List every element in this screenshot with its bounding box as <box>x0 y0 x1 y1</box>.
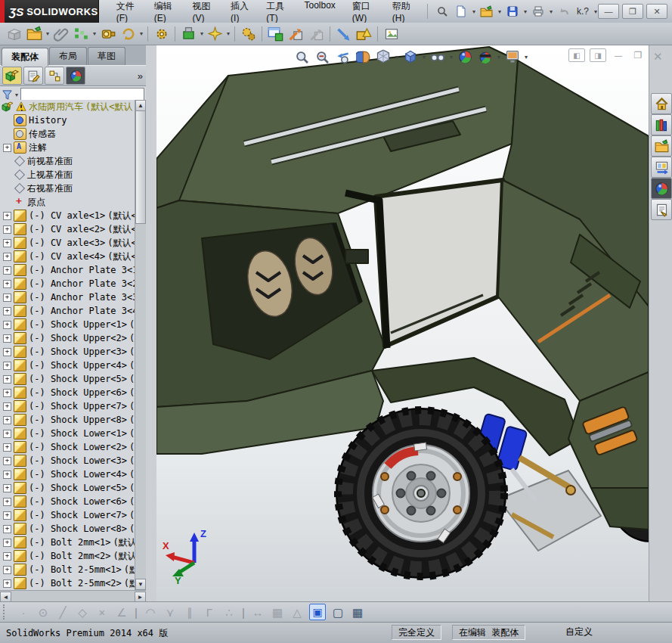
tree-item[interactable]: + (-) Shock Upper<5> (默认 <box>0 372 135 386</box>
offset-entities-icon[interactable]: ∥ <box>182 607 197 618</box>
expand-plus-icon[interactable]: + <box>3 266 11 275</box>
scroll-right-arrow[interactable]: ► <box>135 592 146 602</box>
circle-icon[interactable]: ⊙ <box>36 607 51 618</box>
smart-dimension-icon[interactable]: ↔ <box>250 607 265 618</box>
filter-funnel-icon[interactable] <box>2 89 13 101</box>
line-icon[interactable]: ╱ <box>55 607 70 618</box>
design-library-icon[interactable] <box>651 114 672 135</box>
hide-show-items-icon[interactable] <box>429 48 447 66</box>
tree-item[interactable]: + (-) Bolt 2mm<1> (默认<< <box>0 536 135 549</box>
toolbar-grip[interactable] <box>3 604 8 620</box>
new-document-caret-icon[interactable]: ▾ <box>472 8 475 15</box>
featuremanager-tree-icon[interactable] <box>2 67 22 85</box>
tab[interactable]: 草图 <box>88 47 125 65</box>
insert-components-icon[interactable] <box>25 24 44 43</box>
tree-item[interactable]: + (-) Bolt 2mm<2> (默认<< <box>0 549 135 563</box>
tree-item[interactable]: + (-) Shock Upper<6> (默认 <box>0 386 135 399</box>
property-manager-icon[interactable] <box>23 67 43 85</box>
tree-item[interactable]: + (-) CV axle<3> (默认<<默 <box>0 236 135 250</box>
undo-icon[interactable] <box>556 4 572 19</box>
appearances-tab-icon[interactable] <box>66 67 85 85</box>
tree-item[interactable]: + (-) Bolt 2-5mm<2> (默认 <box>0 576 135 590</box>
expand-plus-icon[interactable]: + <box>3 239 11 247</box>
expand-plus-icon[interactable]: + <box>3 280 11 288</box>
trim-entities-icon[interactable]: × <box>94 607 110 618</box>
view-palette-icon[interactable] <box>651 157 672 178</box>
exploded-view-icon[interactable] <box>286 24 305 43</box>
reference-geometry-icon[interactable] <box>179 24 198 43</box>
previous-view-icon[interactable] <box>333 48 351 66</box>
display-states-icon[interactable] <box>45 67 64 85</box>
insert-components-caret-icon[interactable]: ▾ <box>46 30 49 37</box>
expand-plus-icon[interactable]: + <box>3 307 11 315</box>
tree-item[interactable]: + (-) Shock Lower<5> (默认 <box>0 481 135 495</box>
open-document-icon[interactable] <box>478 4 495 19</box>
print-icon[interactable] <box>530 4 547 19</box>
tree-item[interactable]: + (-) Shock Upper<1> (默认 <box>0 318 135 331</box>
move-component-caret-icon[interactable]: ▾ <box>140 30 143 37</box>
help-icon[interactable]: k.? <box>574 4 591 19</box>
graphics-viewport[interactable]: ▾ ▾ ▾ ▾ ▾ ◧ ◨ — ❐ ✕ Z X Y <box>156 45 649 601</box>
panel-more-button[interactable]: » <box>138 70 143 82</box>
tree-item[interactable]: + (-) Shock Upper<2> (默认 <box>0 331 135 345</box>
tree-item[interactable]: + (-) Shock Upper<7> (默认 <box>0 399 135 413</box>
tree-item[interactable]: + 前视基准面 <box>0 154 135 168</box>
new-document-icon[interactable] <box>453 4 469 19</box>
arc-icon[interactable]: ◠ <box>143 607 158 618</box>
task-pane-close-icon[interactable]: ✕ <box>653 50 663 64</box>
corner-rectangle-icon[interactable]: Γ <box>202 607 217 618</box>
help-caret-icon[interactable]: ▾ <box>594 8 597 15</box>
linear-component-pattern-icon[interactable] <box>72 24 91 43</box>
mirror-entities-icon[interactable]: ⋎ <box>163 607 178 618</box>
tree-item[interactable]: + 右视基准面 <box>0 182 135 195</box>
display-style-caret-icon[interactable]: ▾ <box>423 54 426 61</box>
doc-restore-icon[interactable]: ❐ <box>630 49 646 61</box>
expand-plus-icon[interactable]: + <box>3 348 11 356</box>
refgeo-caret-icon[interactable]: ▾ <box>200 30 203 37</box>
window-pane-icon[interactable]: ▢ <box>330 607 345 618</box>
edit-appearance-icon[interactable] <box>456 48 474 66</box>
tree-item[interactable]: + (-) Shock Lower<4> (默认 <box>0 467 135 481</box>
tree-item[interactable]: + (-) Shock Upper<8> (默认 <box>0 413 135 427</box>
view-settings-caret-icon[interactable]: ▾ <box>525 54 528 61</box>
home-icon[interactable] <box>651 93 672 114</box>
expand-plus-icon[interactable]: + <box>3 294 11 302</box>
tree-item[interactable]: + (-) CV axle<2> (默认<<默 <box>0 222 135 236</box>
separator[interactable]: | <box>241 607 246 618</box>
tree-scrollbar-thumb[interactable] <box>135 110 146 224</box>
apply-scene-caret-icon[interactable]: ▾ <box>497 54 500 61</box>
expand-plus-icon[interactable]: + <box>3 416 11 424</box>
view-orientation-caret-icon[interactable]: ▾ <box>395 54 398 61</box>
save-caret-icon[interactable]: ▾ <box>524 8 527 15</box>
scroll-up-arrow[interactable]: ▲ <box>135 100 146 111</box>
tree-item[interactable]: + History <box>0 113 135 127</box>
expand-plus-icon[interactable]: + <box>3 253 11 261</box>
expand-plus-icon[interactable]: + <box>3 402 11 411</box>
close-button[interactable]: ✕ <box>646 4 667 19</box>
expand-plus-icon[interactable]: + <box>3 144 11 152</box>
maximize-button[interactable]: ❐ <box>622 4 643 19</box>
tree-item[interactable]: + (-) CV axle<4> (默认<<默 <box>0 250 135 263</box>
open-caret-icon[interactable]: ▾ <box>498 8 501 15</box>
expand-plus-icon[interactable]: + <box>3 334 11 343</box>
mate-icon[interactable] <box>51 24 70 43</box>
table-icon[interactable]: ▦ <box>350 607 365 618</box>
tree-item[interactable]: + 原点 <box>0 195 135 209</box>
display-style-icon[interactable] <box>401 48 420 66</box>
expand-plus-icon[interactable]: + <box>3 579 11 588</box>
smart-fasteners-icon[interactable] <box>98 24 117 43</box>
expand-plus-icon[interactable]: + <box>3 552 11 561</box>
save-icon[interactable] <box>504 4 521 19</box>
panel-splitter[interactable] <box>146 45 157 601</box>
snapshot-icon[interactable] <box>382 24 401 43</box>
relations-icon[interactable]: △ <box>290 607 305 618</box>
expand-plus-icon[interactable]: + <box>3 321 11 329</box>
expand-plus-icon[interactable]: + <box>3 525 11 533</box>
view-orientation-icon[interactable] <box>374 48 392 66</box>
separator[interactable]: | <box>134 607 138 618</box>
expand-plus-icon[interactable]: + <box>3 566 11 574</box>
tree-root-item[interactable]: 水陆两用汽车 (默认<默认 <box>0 100 135 113</box>
expand-plus-icon[interactable]: + <box>3 498 11 506</box>
expand-plus-icon[interactable]: + <box>3 430 11 438</box>
zoom-to-area-icon[interactable] <box>313 48 331 66</box>
